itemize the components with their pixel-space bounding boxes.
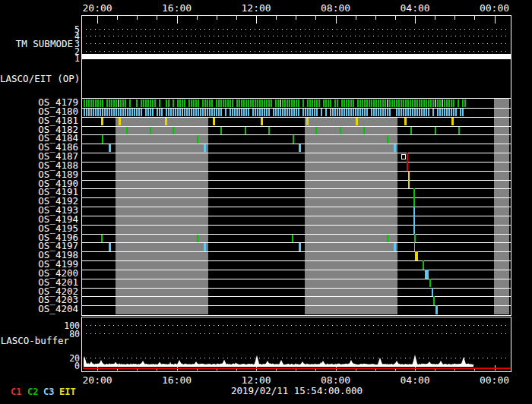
image-tick bbox=[394, 99, 395, 108]
image-tick bbox=[348, 99, 350, 108]
image-tick bbox=[218, 108, 220, 116]
image-tick bbox=[138, 108, 140, 116]
image-tick bbox=[200, 108, 201, 116]
schedule-line bbox=[413, 207, 415, 234]
image-tick bbox=[197, 234, 198, 242]
image-tick bbox=[84, 108, 85, 116]
image-tick bbox=[248, 108, 249, 116]
image-tick bbox=[157, 108, 158, 116]
image-tick bbox=[184, 108, 185, 116]
submode-axis-value: 1 bbox=[0, 53, 80, 64]
image-tick bbox=[223, 99, 224, 108]
image-tick bbox=[430, 99, 432, 108]
image-tick bbox=[371, 99, 372, 108]
image-tick bbox=[268, 108, 270, 116]
image-tick bbox=[346, 108, 347, 116]
image-tick bbox=[419, 108, 420, 116]
image-tick bbox=[312, 108, 313, 116]
schedule-line bbox=[415, 251, 418, 260]
axis-tick bbox=[97, 16, 98, 24]
image-tick bbox=[315, 126, 317, 134]
image-tick bbox=[202, 108, 204, 116]
image-tick bbox=[152, 99, 154, 108]
image-tick bbox=[387, 234, 388, 242]
image-tick bbox=[177, 108, 179, 116]
image-tick bbox=[396, 99, 397, 108]
image-tick bbox=[100, 99, 101, 108]
image-tick bbox=[261, 108, 263, 116]
image-tick bbox=[421, 108, 423, 116]
image-tick bbox=[299, 144, 301, 153]
image-tick bbox=[193, 99, 195, 108]
image-tick bbox=[150, 99, 151, 108]
image-tick bbox=[243, 108, 245, 116]
image-tick bbox=[220, 126, 222, 134]
image-tick bbox=[236, 108, 238, 116]
image-tick bbox=[426, 99, 427, 108]
image-tick bbox=[359, 108, 361, 116]
image-tick bbox=[363, 126, 365, 134]
telemetry-timeline-plot: TM SUBMODE LASCO/EIT (OP) LASCO-buffer 2… bbox=[0, 0, 532, 404]
image-tick bbox=[389, 108, 391, 116]
image-tick bbox=[168, 108, 169, 116]
image-tick bbox=[261, 99, 263, 108]
image-tick bbox=[344, 108, 345, 116]
image-tick bbox=[173, 108, 174, 116]
axis-tick bbox=[256, 16, 257, 24]
image-tick bbox=[113, 99, 115, 108]
image-tick bbox=[412, 108, 413, 116]
image-tick bbox=[186, 108, 188, 116]
image-tick bbox=[211, 108, 213, 116]
time-label-top: 04:00 bbox=[397, 2, 433, 14]
image-tick bbox=[173, 99, 174, 108]
schedule-line bbox=[414, 242, 415, 251]
image-tick bbox=[255, 108, 256, 116]
image-tick bbox=[261, 117, 263, 125]
image-tick bbox=[387, 108, 388, 116]
image-tick bbox=[179, 108, 181, 116]
image-tick bbox=[232, 108, 233, 116]
image-tick bbox=[122, 99, 124, 108]
image-tick bbox=[109, 108, 110, 116]
image-tick bbox=[437, 99, 439, 108]
image-tick bbox=[207, 108, 208, 116]
image-tick bbox=[380, 99, 382, 108]
image-tick bbox=[314, 108, 315, 116]
image-tick bbox=[428, 99, 429, 108]
os-row-separator bbox=[82, 126, 511, 127]
schedule-line bbox=[432, 288, 433, 297]
image-tick bbox=[350, 99, 352, 108]
os-row-separator bbox=[82, 188, 511, 189]
image-tick bbox=[125, 99, 126, 108]
schedule-line bbox=[425, 270, 429, 279]
image-tick bbox=[442, 99, 443, 108]
submode-grid-line bbox=[86, 29, 509, 30]
image-tick bbox=[448, 108, 450, 116]
image-tick bbox=[423, 99, 425, 108]
image-tick bbox=[307, 108, 309, 116]
image-tick bbox=[426, 108, 427, 116]
image-tick bbox=[305, 108, 306, 116]
os-row-separator bbox=[82, 180, 511, 181]
image-tick bbox=[330, 108, 331, 116]
image-tick bbox=[275, 108, 277, 116]
image-tick bbox=[93, 99, 94, 108]
image-tick bbox=[341, 99, 343, 108]
image-tick bbox=[350, 108, 352, 116]
image-tick bbox=[416, 99, 418, 108]
axis-tick bbox=[474, 16, 475, 20]
axis-tick bbox=[315, 16, 316, 20]
os-row-separator bbox=[82, 225, 511, 226]
image-tick bbox=[280, 99, 281, 108]
image-tick bbox=[432, 108, 434, 116]
image-tick bbox=[442, 108, 443, 116]
schedule-line bbox=[433, 296, 435, 305]
image-tick bbox=[166, 108, 167, 116]
image-tick bbox=[250, 99, 252, 108]
axis-tick bbox=[117, 16, 118, 20]
image-tick bbox=[202, 99, 204, 108]
image-tick bbox=[188, 99, 190, 108]
image-tick bbox=[302, 108, 304, 116]
axis-tick bbox=[296, 16, 296, 20]
image-tick bbox=[84, 99, 85, 108]
